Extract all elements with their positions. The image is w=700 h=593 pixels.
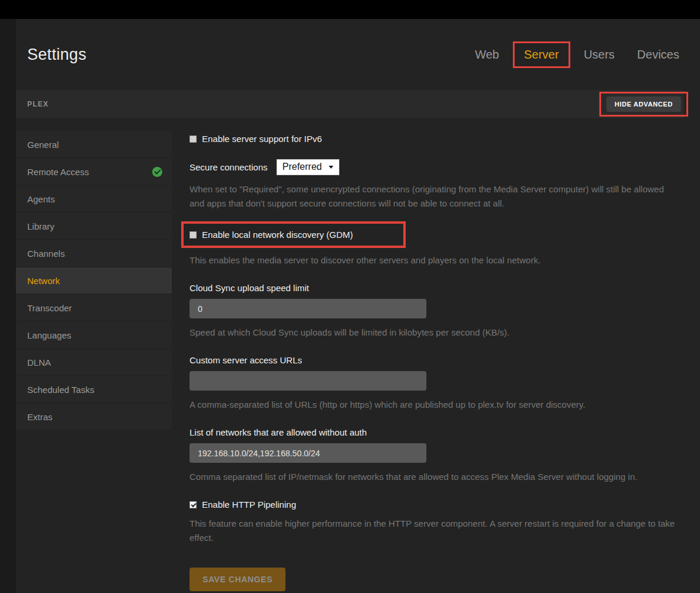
secure-connections-selected-value: Preferred	[282, 162, 322, 172]
allowed-networks-description: Comma separated list of IP/netmask for n…	[190, 470, 675, 484]
sidebar-item-label: Channels	[27, 249, 65, 259]
ipv6-checkbox[interactable]	[190, 136, 197, 143]
gdm-description: This enables the media server to discove…	[190, 253, 675, 268]
sidebar-item-scheduled-tasks[interactable]: Scheduled Tasks	[16, 376, 172, 402]
settings-tabs: Web Server Users Devices	[475, 41, 679, 68]
sidebar-item-transcoder[interactable]: Transcoder	[16, 295, 172, 321]
http-pipelining-section: Enable HTTP Pipelining This feature can …	[190, 499, 675, 545]
content-row: General Remote Access Agents Library Cha…	[16, 131, 684, 591]
sidebar-item-languages[interactable]: Languages	[16, 322, 172, 348]
allowed-networks-input[interactable]	[190, 443, 426, 463]
save-changes-button[interactable]: SAVE CHANGES	[190, 568, 285, 591]
sidebar-item-channels[interactable]: Channels	[16, 240, 172, 266]
annotation-box-hide-advanced: HIDE ADVANCED	[599, 92, 688, 117]
sidebar-item-dlna[interactable]: DLNA	[16, 349, 172, 375]
dropdown-arrow-icon	[329, 166, 333, 169]
http-pipelining-description: This feature can enable higher performan…	[190, 517, 675, 545]
gdm-checkbox[interactable]	[190, 231, 197, 239]
annotation-box-gdm: Enable local network discovery (GDM)	[181, 221, 406, 248]
sidebar-item-general[interactable]: General	[16, 131, 172, 157]
ipv6-row: Enable server support for IPv6	[190, 134, 675, 144]
http-pipelining-checkbox[interactable]	[190, 501, 197, 508]
settings-sidebar: General Remote Access Agents Library Cha…	[16, 131, 172, 431]
tab-server[interactable]: Server	[524, 48, 559, 61]
gdm-section: Enable local network discovery (GDM) Thi…	[190, 226, 675, 268]
sidebar-item-label: Languages	[27, 330, 71, 340]
http-pipelining-row: Enable HTTP Pipelining	[190, 499, 675, 510]
sidebar-item-label: DLNA	[27, 357, 51, 368]
sidebar-item-label: Extras	[27, 412, 53, 422]
sidebar-item-remote-access[interactable]: Remote Access	[16, 159, 172, 185]
secure-connections-select[interactable]: Preferred	[277, 159, 340, 175]
annotation-box-server-tab: Server	[513, 41, 570, 68]
tab-devices[interactable]: Devices	[637, 48, 679, 62]
sidebar-item-library[interactable]: Library	[16, 213, 172, 239]
page-title: Settings	[27, 46, 86, 64]
sidebar-item-network[interactable]: Network	[16, 268, 172, 294]
allowed-networks-label: List of networks that are allowed withou…	[190, 427, 675, 437]
hide-advanced-button[interactable]: HIDE ADVANCED	[606, 96, 681, 112]
tab-web[interactable]: Web	[475, 48, 499, 62]
custom-urls-section: Custom server access URLs A comma-separa…	[190, 355, 675, 412]
plex-section-label: PLEX	[27, 100, 49, 108]
sidebar-item-extras[interactable]: Extras	[16, 404, 172, 430]
secure-connections-section: Secure connections Preferred When set to…	[190, 159, 675, 211]
top-black-bar	[0, 0, 700, 19]
plex-section-bar: PLEX HIDE ADVANCED	[16, 90, 684, 118]
cloud-sync-input[interactable]	[190, 299, 426, 318]
custom-urls-input[interactable]	[190, 371, 426, 391]
settings-page: Settings Web Server Users Devices PLEX H…	[0, 19, 700, 591]
sidebar-item-label: Library	[27, 221, 54, 231]
secure-connections-label: Secure connections	[190, 162, 268, 172]
network-settings-panel: Enable server support for IPv6 Secure co…	[190, 131, 675, 591]
secure-connections-description: When set to "Required", some unencrypted…	[190, 182, 675, 211]
sidebar-item-label: Scheduled Tasks	[27, 385, 94, 395]
http-pipelining-label: Enable HTTP Pipelining	[202, 499, 296, 510]
cloud-sync-label: Cloud Sync upload speed limit	[190, 283, 675, 293]
allowed-networks-section: List of networks that are allowed withou…	[190, 427, 675, 484]
sidebar-item-label: Remote Access	[27, 167, 89, 177]
sidebar-item-label: General	[27, 140, 59, 150]
secure-connections-row: Secure connections Preferred	[190, 159, 675, 175]
custom-urls-label: Custom server access URLs	[190, 355, 675, 365]
sidebar-item-label: Transcoder	[27, 303, 72, 313]
settings-header: Settings Web Server Users Devices	[16, 19, 684, 90]
gdm-label: Enable local network discovery (GDM)	[202, 230, 353, 240]
ipv6-section: Enable server support for IPv6	[190, 134, 675, 144]
ipv6-label: Enable server support for IPv6	[202, 134, 322, 144]
custom-urls-description: A comma-separated list of URLs (http or …	[190, 398, 675, 412]
cloud-sync-description: Speed at which Cloud Sync uploads will b…	[190, 325, 675, 340]
green-check-icon	[152, 167, 162, 177]
sidebar-item-label: Agents	[27, 194, 55, 204]
tab-users[interactable]: Users	[584, 48, 615, 62]
cloud-sync-section: Cloud Sync upload speed limit Speed at w…	[190, 283, 675, 340]
sidebar-item-agents[interactable]: Agents	[16, 186, 172, 212]
sidebar-item-label: Network	[27, 276, 60, 286]
